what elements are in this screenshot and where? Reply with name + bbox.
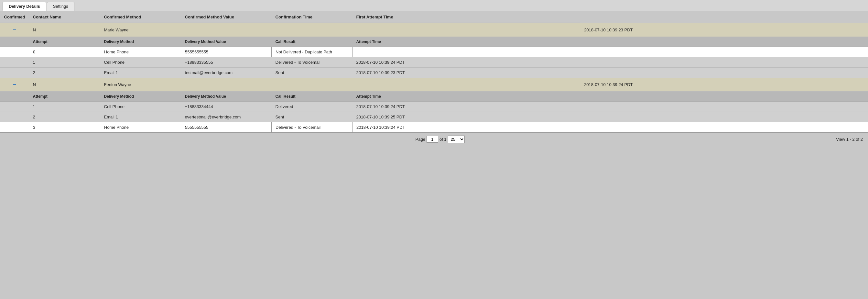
sub-header-attempt-time: Attempt Time xyxy=(352,37,868,47)
attempt-row: 1 Cell Phone +18883335555 Delivered - To… xyxy=(0,57,868,68)
attempt-time xyxy=(352,47,868,57)
page-input[interactable] xyxy=(427,136,438,143)
attempt-spacer xyxy=(0,57,29,68)
attempt-spacer xyxy=(0,68,29,78)
attempt-delivery-method: Email 1 xyxy=(100,68,181,78)
sub-header-call-result: Call Result xyxy=(272,37,352,47)
per-page-select[interactable]: 25 50 100 xyxy=(448,136,465,143)
attempt-time: 2018-07-10 10:39:24 PDT xyxy=(352,57,868,68)
header-contact-name[interactable]: Contact Name xyxy=(29,11,100,23)
attempt-spacer xyxy=(0,47,29,57)
attempt-time: 2018-07-10 10:39:25 PDT xyxy=(352,112,868,122)
contact-row: − N Marie Wayne 2018-07-10 10:39:23 PDT xyxy=(0,23,868,37)
sub-header-attempt: Attempt xyxy=(29,92,100,101)
attempt-call-result: Delivered - To Voicemail xyxy=(272,122,352,133)
attempt-call-result: Sent xyxy=(272,112,352,122)
contact-confirmed-method xyxy=(181,78,272,92)
contact-confirmed-method-value xyxy=(272,23,352,37)
header-confirmed[interactable]: Confirmed xyxy=(0,11,29,23)
contact-confirmed-method xyxy=(181,23,272,37)
page-label: Page xyxy=(415,137,425,142)
attempt-spacer xyxy=(0,112,29,122)
contact-confirmed-method-value xyxy=(272,78,352,92)
attempt-delivery-method: Home Phone xyxy=(100,122,181,133)
attempt-time: 2018-07-10 10:39:23 PDT xyxy=(352,68,868,78)
attempt-time: 2018-07-10 10:39:24 PDT xyxy=(352,101,868,112)
pagination-bar: Page of 1 25 50 100 View 1 - 2 of 2 xyxy=(0,133,868,146)
attempt-delivery-method: Cell Phone xyxy=(100,57,181,68)
tab-settings[interactable]: Settings xyxy=(47,2,74,11)
sub-header-call-result: Call Result xyxy=(272,92,352,101)
attempt-delivery-method-value: 5555555555 xyxy=(181,122,272,133)
attempt-call-result: Sent xyxy=(272,68,352,78)
attempt-number: 0 xyxy=(29,47,100,57)
view-info: View 1 - 2 of 2 xyxy=(836,137,863,142)
contact-confirmation-time xyxy=(352,23,581,37)
contact-confirmation-time xyxy=(352,78,581,92)
attempt-call-result: Delivered - To Voicemail xyxy=(272,57,352,68)
collapse-icon[interactable]: − xyxy=(13,27,17,33)
contact-confirmed: N xyxy=(29,23,100,37)
toggle-cell[interactable]: − xyxy=(0,23,29,37)
attempt-call-result: Delivered xyxy=(272,101,352,112)
contact-first-attempt-time: 2018-07-10 10:39:24 PDT xyxy=(580,78,868,92)
sub-header-attempt: Attempt xyxy=(29,37,100,47)
toggle-cell[interactable]: − xyxy=(0,78,29,92)
attempt-delivery-method-value: +18883335555 xyxy=(181,57,272,68)
sub-header-delivery-method: Delivery Method xyxy=(100,92,181,101)
attempt-row: 2 Email 1 testmail@everbridge.com Sent 2… xyxy=(0,68,868,78)
attempt-spacer xyxy=(0,122,29,133)
sub-header-spacer xyxy=(0,92,29,101)
table-header-row: Confirmed Contact Name Confirmed Method … xyxy=(0,11,868,23)
contact-row: − N Fenton Wayne 2018-07-10 10:39:24 PDT xyxy=(0,78,868,92)
header-confirmed-method[interactable]: Confirmed Method xyxy=(100,11,181,23)
sub-header-row: Attempt Delivery Method Delivery Method … xyxy=(0,37,868,47)
header-confirmation-time[interactable]: Confirmation Time xyxy=(272,11,352,23)
attempt-delivery-method: Cell Phone xyxy=(100,101,181,112)
attempt-delivery-method: Email 1 xyxy=(100,112,181,122)
sub-header-delivery-method-value: Delivery Method Value xyxy=(181,92,272,101)
attempt-time: 2018-07-10 10:39:24 PDT xyxy=(352,122,868,133)
sub-header-attempt-time: Attempt Time xyxy=(352,92,868,101)
sub-header-spacer xyxy=(0,37,29,47)
tab-delivery-details[interactable]: Delivery Details xyxy=(3,2,46,11)
attempt-delivery-method-value: +18883334444 xyxy=(181,101,272,112)
attempt-delivery-method-value: testmail@everbridge.com xyxy=(181,68,272,78)
pagination-controls: Page of 1 25 50 100 xyxy=(415,136,465,143)
attempt-number: 1 xyxy=(29,57,100,68)
attempt-number: 3 xyxy=(29,122,100,133)
delivery-table: Confirmed Contact Name Confirmed Method … xyxy=(0,11,868,133)
sub-header-delivery-method: Delivery Method xyxy=(100,37,181,47)
attempt-spacer xyxy=(0,101,29,112)
attempt-call-result: Not Delivered - Duplicate Path xyxy=(272,47,352,57)
attempt-delivery-method-value: evertestmail@everbridge.com xyxy=(181,112,272,122)
table-wrapper: Confirmed Contact Name Confirmed Method … xyxy=(0,11,868,133)
attempt-delivery-method: Home Phone xyxy=(100,47,181,57)
sub-header-delivery-method-value: Delivery Method Value xyxy=(181,37,272,47)
attempt-number: 1 xyxy=(29,101,100,112)
attempt-number: 2 xyxy=(29,68,100,78)
attempt-row: 0 Home Phone 5555555555 Not Delivered - … xyxy=(0,47,868,57)
attempt-row: 1 Cell Phone +18883334444 Delivered 2018… xyxy=(0,101,868,112)
attempt-row: 2 Email 1 evertestmail@everbridge.com Se… xyxy=(0,112,868,122)
attempt-delivery-method-value: 5555555555 xyxy=(181,47,272,57)
sub-header-row: Attempt Delivery Method Delivery Method … xyxy=(0,92,868,101)
contact-confirmed: N xyxy=(29,78,100,92)
contact-name: Marie Wayne xyxy=(100,23,181,37)
attempt-number: 2 xyxy=(29,112,100,122)
header-first-attempt-time: First Attempt Time xyxy=(352,11,581,23)
header-confirmed-method-value: Confirmed Method Value xyxy=(181,11,272,23)
collapse-icon[interactable]: − xyxy=(13,81,17,88)
contact-name: Fenton Wayne xyxy=(100,78,181,92)
tabs-bar: Delivery Details Settings xyxy=(0,0,868,11)
of-label: of 1 xyxy=(439,137,446,142)
contact-first-attempt-time: 2018-07-10 10:39:23 PDT xyxy=(580,23,868,37)
attempt-row: 3 Home Phone 5555555555 Delivered - To V… xyxy=(0,122,868,133)
main-container: Confirmed Contact Name Confirmed Method … xyxy=(0,11,868,146)
